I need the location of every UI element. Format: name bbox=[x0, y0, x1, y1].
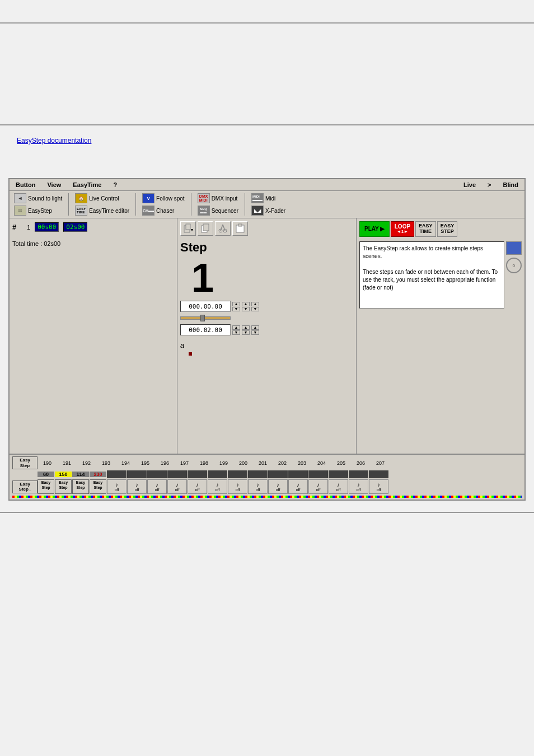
documentation-link[interactable]: EasyStep documentation bbox=[17, 137, 91, 144]
off-btn-2[interactable]: ♪off bbox=[127, 479, 147, 494]
spin-up-1[interactable]: ▲ bbox=[232, 302, 240, 306]
color-box[interactable] bbox=[506, 241, 522, 255]
toolbar-easystep[interactable]: ≡≡ EasyStep bbox=[12, 205, 64, 216]
toolbar-live[interactable]: 🏠 Live Control bbox=[73, 193, 131, 204]
menu-help[interactable]: ? bbox=[111, 181, 119, 189]
spin-down-2c[interactable]: ▼ bbox=[251, 330, 259, 335]
paste-step-btn[interactable] bbox=[180, 221, 196, 236]
left-panel: # 1 00s00 02s00 Total time : 02s00 bbox=[10, 218, 177, 454]
off-btn-6[interactable]: ♪off bbox=[208, 479, 227, 494]
step-black-14[interactable] bbox=[369, 470, 388, 478]
easy-step-label2: STEP bbox=[441, 229, 454, 235]
clipboard-btn[interactable] bbox=[232, 221, 248, 236]
step-num-191: 191 bbox=[57, 460, 77, 466]
step-black-12[interactable] bbox=[329, 470, 348, 478]
step-num-205: 205 bbox=[331, 460, 351, 466]
spin-up-2[interactable]: ▲ bbox=[232, 325, 240, 330]
off-btn-10[interactable]: ♪off bbox=[288, 479, 308, 494]
step-black-10[interactable] bbox=[288, 470, 308, 478]
time-display-2[interactable]: 02s00 bbox=[63, 222, 87, 232]
mini-easy-btn-3[interactable]: EasyStep bbox=[72, 479, 89, 494]
step-black-5[interactable] bbox=[188, 470, 207, 478]
spin-down-2[interactable]: ▼ bbox=[232, 330, 240, 335]
play-label: PLAY bbox=[364, 226, 379, 232]
spin-down-1c[interactable]: ▼ bbox=[251, 307, 259, 311]
off-btn-9[interactable]: ♪off bbox=[268, 479, 288, 494]
off-btn-1[interactable]: ♪off bbox=[107, 479, 127, 494]
toolbar-sound[interactable]: ◄ Sound to light bbox=[12, 193, 64, 204]
toolbar-dmx[interactable]: DMXMIDI DMX input bbox=[196, 193, 240, 204]
spin-buttons-2: ▲ ▼ bbox=[232, 325, 240, 335]
time-input-1[interactable] bbox=[180, 301, 231, 312]
time-display-1[interactable]: 00s00 bbox=[35, 222, 59, 232]
off-icon-11: ♪ bbox=[317, 482, 320, 488]
toolbar-chaser[interactable]: CH▬▬ Chaser bbox=[140, 205, 186, 216]
spin-down-1[interactable]: ▼ bbox=[232, 307, 240, 311]
toolbar-midi[interactable]: MIDI▬▬▬ Midi bbox=[250, 193, 287, 204]
off-btn-13[interactable]: ♪off bbox=[349, 479, 368, 494]
easy-time-button[interactable]: EASY TIME bbox=[415, 221, 436, 237]
toolbar-sequencer[interactable]: SEQ▬▬ Sequencer bbox=[196, 205, 240, 216]
text-area-label: a bbox=[180, 341, 353, 349]
spin-down-1b[interactable]: ▼ bbox=[242, 307, 250, 311]
step-black-13[interactable] bbox=[349, 470, 368, 478]
mini-easy-btn-2[interactable]: EasyStep bbox=[55, 479, 72, 494]
off-btn-11[interactable]: ♪off bbox=[308, 479, 328, 494]
step-numbers-row: EasyStep 190 191 192 193 194 195 196 197… bbox=[12, 456, 522, 469]
step-black-1[interactable] bbox=[107, 470, 127, 478]
play-button[interactable]: PLAY ▶ bbox=[359, 221, 390, 237]
spin-up-2b[interactable]: ▲ bbox=[242, 325, 250, 330]
toolbar-easytime[interactable]: EASYTIME EasyTime editor bbox=[73, 205, 131, 216]
off-btn-4[interactable]: ♪off bbox=[167, 479, 187, 494]
loop-button[interactable]: LOOP ◄1► bbox=[391, 221, 414, 237]
spin-buttons-1c: ▲ ▼ bbox=[251, 302, 259, 311]
mini-easy-btn-4[interactable]: EasyStep bbox=[90, 479, 106, 494]
step-black-6[interactable] bbox=[208, 470, 227, 478]
copy-btn[interactable] bbox=[198, 221, 213, 236]
step-black-3[interactable] bbox=[147, 470, 167, 478]
toolbar-group-4: DMXMIDI DMX input SEQ▬▬ Sequencer bbox=[196, 193, 240, 216]
step-num-206: 206 bbox=[351, 460, 371, 466]
toolbar-follow[interactable]: V Follow spot bbox=[140, 193, 186, 204]
round-button[interactable]: ○ bbox=[506, 258, 522, 273]
time-input-2[interactable] bbox=[180, 324, 231, 335]
scissors-btn[interactable] bbox=[215, 221, 231, 236]
toolbar-xfader[interactable]: ◣◢ X-Fader bbox=[250, 205, 287, 216]
fade-slider[interactable] bbox=[180, 316, 231, 320]
color-accent-bar bbox=[12, 496, 522, 498]
spin-down-2b[interactable]: ▼ bbox=[242, 330, 250, 335]
step-black-4[interactable] bbox=[167, 470, 187, 478]
easy-step-button[interactable]: EASY STEP bbox=[437, 221, 458, 237]
spin-buttons-1b: ▲ ▼ bbox=[242, 302, 250, 311]
step-black-11[interactable] bbox=[308, 470, 328, 478]
off-btn-12[interactable]: ♪off bbox=[329, 479, 348, 494]
step-val-114[interactable]: 114 bbox=[72, 472, 89, 477]
off-btn-3[interactable]: ♪off bbox=[147, 479, 167, 494]
xfader-label: X-Fader bbox=[265, 208, 285, 214]
menu-button[interactable]: Button bbox=[14, 181, 37, 189]
step-black-2[interactable] bbox=[127, 470, 147, 478]
step-val-150[interactable]: 150 bbox=[55, 472, 72, 477]
off-btn-14[interactable]: ♪off bbox=[369, 479, 388, 494]
step-black-7[interactable] bbox=[228, 470, 247, 478]
menu-easytime[interactable]: EasyTime bbox=[71, 181, 103, 189]
description-area: The EasyStep rack allows to create simpl… bbox=[359, 241, 522, 309]
spin-up-1c[interactable]: ▲ bbox=[251, 302, 259, 306]
mini-easy-btn-1[interactable]: EasyStep bbox=[38, 479, 54, 494]
menu-live[interactable]: Live bbox=[462, 181, 477, 189]
menu-view[interactable]: View bbox=[45, 181, 63, 189]
step-num-200: 200 bbox=[233, 460, 253, 466]
step-val-60[interactable]: 60 bbox=[38, 472, 54, 477]
total-time: Total time : 02s00 bbox=[12, 239, 174, 249]
fade-slider-thumb[interactable] bbox=[200, 315, 205, 321]
spin-up-2c[interactable]: ▲ bbox=[251, 325, 259, 330]
step-black-8[interactable] bbox=[248, 470, 268, 478]
step-black-9[interactable] bbox=[268, 470, 288, 478]
off-btn-8[interactable]: ♪off bbox=[248, 479, 268, 494]
spin-up-1b[interactable]: ▲ bbox=[242, 302, 250, 306]
step-val-230[interactable]: 230 bbox=[90, 472, 106, 477]
off-btn-5[interactable]: ♪off bbox=[188, 479, 207, 494]
off-btn-7[interactable]: ♪off bbox=[228, 479, 247, 494]
menu-blind[interactable]: Blind bbox=[502, 181, 521, 189]
link-area: EasyStep documentation bbox=[17, 137, 91, 144]
